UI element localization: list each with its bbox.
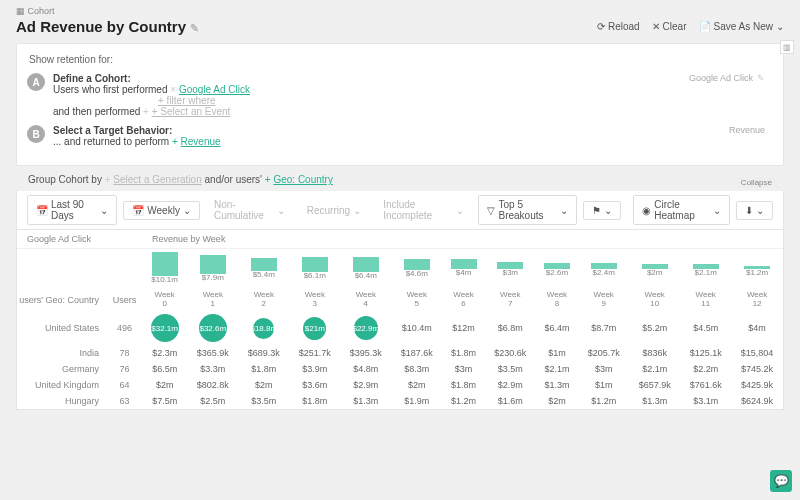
value-cell: $187.6k (391, 345, 442, 361)
week-header: Week0 (142, 288, 187, 312)
help-fab[interactable]: 💬 (770, 470, 792, 492)
week-header: Week3 (289, 288, 340, 312)
step-a-chip[interactable]: Google Ad Click✎ (689, 73, 765, 83)
table-row: United Kingdom64$2m$802.8k$2m$3.6m$2.9m$… (17, 377, 783, 393)
week-header: Week11 (680, 288, 731, 312)
calendar-icon: 📅 (132, 205, 144, 216)
save-as-new-button[interactable]: 📄Save As New ⌄ (699, 21, 784, 32)
value-cell: $4.5m (680, 311, 731, 345)
value-cell: $1.6m (485, 393, 536, 409)
users-header: Users (107, 288, 142, 312)
date-range-picker[interactable]: 📅Last 90 Days⌄ (27, 195, 117, 225)
value-cell: $689.3k (238, 345, 289, 361)
chart-icon: ◉ (642, 205, 651, 216)
side-panel-toggle[interactable]: ▥ (780, 40, 794, 54)
value-cell: $2.1m (536, 361, 578, 377)
collapse-button[interactable]: Collapse (736, 177, 777, 188)
table-row: India78$2.3m$365.9k$689.3k$251.7k$395.3k… (17, 345, 783, 361)
value-cell: $205.7k (578, 345, 629, 361)
value-cell: $365.9k (187, 345, 238, 361)
include-incomplete-toggle[interactable]: Include Incomplete⌄ (375, 196, 472, 224)
show-retention-label: Show retention for: (29, 54, 771, 65)
value-cell: $1m (578, 377, 629, 393)
filter-where-link[interactable]: + filter where (158, 95, 216, 106)
table-row: Germany76$6.5m$3.3m$1.8m$3.9m$4.8m$8.3m$… (17, 361, 783, 377)
value-cell: $745.2k (731, 361, 783, 377)
users-cell: 78 (107, 345, 142, 361)
week-header: Week2 (238, 288, 289, 312)
value-cell: $8.7m (578, 311, 629, 345)
select-generation-link[interactable]: Select a Generation (113, 174, 201, 185)
value-cell: $3m (442, 361, 484, 377)
breakouts-picker[interactable]: ▽Top 5 Breakouts⌄ (478, 195, 577, 225)
week-header: Week1 (187, 288, 238, 312)
value-cell: $7.5m (142, 393, 187, 409)
value-cell: $1.3m (536, 377, 578, 393)
value-cell: $2.1m (629, 361, 680, 377)
step-b-chip[interactable]: Revenue (729, 125, 765, 135)
value-cell: $1.8m (289, 393, 340, 409)
reload-button[interactable]: ⟳Reload (597, 21, 640, 32)
value-cell: $2.9m (340, 377, 391, 393)
value-cell: $4.8m (340, 361, 391, 377)
value-cell: $8.3m (391, 361, 442, 377)
chevron-down-icon: ⌄ (756, 205, 764, 216)
download-icon: ⬇ (745, 205, 753, 216)
value-cell: $125.1k (680, 345, 731, 361)
viz-picker[interactable]: ◉Circle Heatmap⌄ (633, 195, 730, 225)
reload-icon: ⟳ (597, 21, 605, 32)
value-cell: $3.1m (680, 393, 731, 409)
edit-title-icon[interactable]: ✎ (190, 22, 199, 34)
value-cell: $4m (731, 311, 783, 345)
step-a-line2: and then performed (53, 106, 140, 117)
week-header: Week5 (391, 288, 442, 312)
value-cell: $395.3k (340, 345, 391, 361)
target-event-link[interactable]: Revenue (181, 136, 221, 147)
value-circle[interactable]: $21m (303, 317, 326, 340)
clear-button[interactable]: ✕Clear (652, 21, 687, 32)
flag-button[interactable]: ⚑⌄ (583, 201, 621, 220)
value-cell: $1.8m (238, 361, 289, 377)
value-cell: $230.6k (485, 345, 536, 361)
value-cell: $624.9k (731, 393, 783, 409)
value-cell: $2.2m (680, 361, 731, 377)
value-circle[interactable]: $18.8m (253, 318, 274, 339)
value-circle[interactable]: $22.9m (354, 316, 378, 340)
value-circle[interactable]: $32.6m (199, 314, 227, 342)
value-cell: $15,804 (731, 345, 783, 361)
chevron-down-icon: ⌄ (560, 205, 568, 216)
select-event-link[interactable]: + Select an Event (152, 106, 231, 117)
value-cell: $3.5m (238, 393, 289, 409)
cumulative-toggle[interactable]: Non-Cumulative⌄ (206, 196, 293, 224)
breadcrumb[interactable]: Cohort (28, 6, 55, 16)
value-cell: $12m (442, 311, 484, 345)
granularity-picker[interactable]: 📅Weekly⌄ (123, 201, 200, 220)
value-cell: $251.7k (289, 345, 340, 361)
value-cell: $3.5m (485, 361, 536, 377)
download-button[interactable]: ⬇⌄ (736, 201, 773, 220)
subheader-left: Google Ad Click (27, 234, 152, 244)
value-circle[interactable]: $32.1m (151, 314, 179, 342)
edit-icon[interactable]: ✎ (757, 73, 765, 83)
value-cell: $3.9m (289, 361, 340, 377)
group-property-link[interactable]: Geo: Country (273, 174, 332, 185)
value-cell: $3.6m (289, 377, 340, 393)
dimension-header: users' Geo: Country (17, 288, 107, 312)
value-cell: $1.2m (578, 393, 629, 409)
step-a-title: Define a Cohort: (53, 73, 131, 84)
toolbar: Collapse 📅Last 90 Days⌄ 📅Weekly⌄ Non-Cum… (16, 191, 784, 230)
value-cell: $802.8k (187, 377, 238, 393)
value-cell: $2m (142, 377, 187, 393)
value-cell: $761.6k (680, 377, 731, 393)
group-label: Group Cohort by (28, 174, 102, 185)
week-header: Week7 (485, 288, 536, 312)
value-cell: $1m (536, 345, 578, 361)
recurring-toggle[interactable]: Recurring⌄ (299, 202, 369, 219)
table-row: Hungary63$7.5m$2.5m$3.5m$1.8m$1.3m$1.9m$… (17, 393, 783, 409)
country-cell: United Kingdom (17, 377, 107, 393)
value-cell: $6.4m (536, 311, 578, 345)
value-cell: $836k (629, 345, 680, 361)
week-header: Week4 (340, 288, 391, 312)
users-cell: 64 (107, 377, 142, 393)
cohort-event-link[interactable]: Google Ad Click (179, 84, 250, 95)
